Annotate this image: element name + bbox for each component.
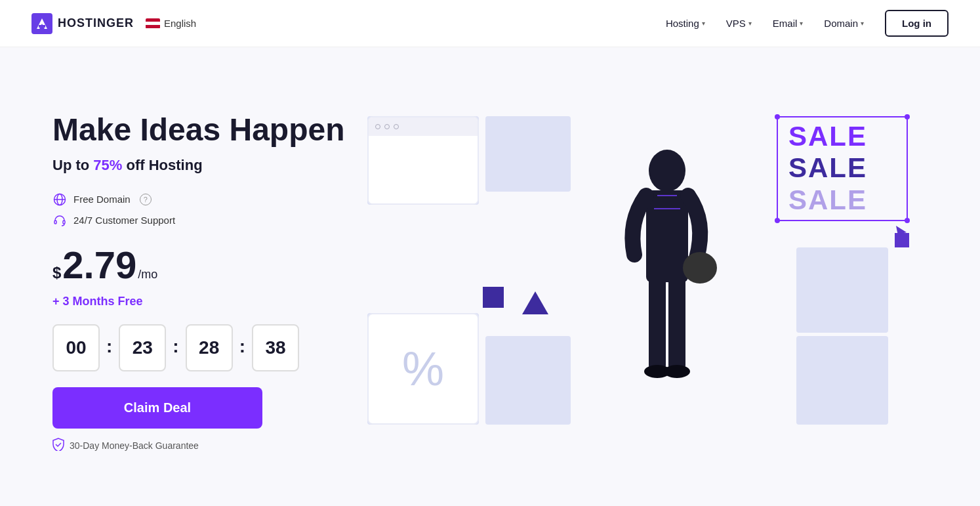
nav-hosting[interactable]: Hosting ▾ [666,18,705,29]
guarantee-text: 30-Day Money-Back Guarantee [52,438,354,453]
browser-dot-3 [394,124,399,129]
feature-list: Free Domain ? 24/7 Customer Support [52,192,354,228]
brand-name: HOSTINGER [58,16,134,30]
feature-domain: Free Domain ? [52,192,354,207]
svg-point-14 [664,365,690,378]
price-section: $ 2.79 /mo [52,246,354,284]
login-button[interactable]: Log in [885,10,949,37]
browser-dot-1 [375,124,380,129]
hero-illustration: % SALE SALE SALE [354,103,928,464]
price-display: $ 2.79 /mo [52,246,354,284]
svg-rect-6 [54,221,56,224]
sale-word-3: SALE [788,184,867,216]
globe-icon [52,192,67,207]
corner-dot-bl [775,218,780,223]
chevron-down-icon: ▾ [800,20,803,27]
svg-rect-12 [668,278,685,369]
browser-dot-2 [384,124,390,129]
feature-support-text: 24/7 Customer Support [73,215,175,226]
triangle-shape [522,291,548,314]
price-dollar: $ [52,264,61,282]
claim-deal-button[interactable]: Claim Deal [52,387,262,429]
countdown-centiseconds: 38 [252,324,299,371]
svg-rect-7 [63,221,65,224]
svg-rect-11 [649,278,666,369]
nav-email-label: Email [773,18,798,29]
navbar: HOSTINGER English Hosting ▾ VPS ▾ Email … [0,0,980,47]
shield-icon [52,438,64,453]
deco-square-mr [796,247,888,333]
deco-square-bm [485,336,571,425]
browser-body [369,136,478,203]
sale-word-2: SALE [788,152,867,184]
browser-window-card [367,116,479,205]
price-period: /mo [138,268,157,282]
feature-support: 24/7 Customer Support [52,213,354,228]
subheadline-suffix: off Hosting [122,157,202,173]
feature-domain-text: Free Domain [73,194,131,205]
nav-domain-label: Domain [824,18,858,29]
info-icon[interactable]: ? [140,194,152,205]
nav-domain[interactable]: Domain ▾ [824,18,864,29]
logo[interactable]: HOSTINGER [31,13,134,34]
countdown-seconds: 28 [186,324,233,371]
subheadline: Up to 75% off Hosting [52,157,354,174]
corner-dot-br [905,218,910,223]
countdown-minutes: 23 [119,324,166,371]
dark-square-1 [483,287,504,308]
separator-1: : [106,336,112,357]
logo-icon [31,13,52,34]
nav-vps-label: VPS [726,18,746,29]
browser-bar [369,117,478,136]
svg-point-8 [649,150,685,192]
subheadline-prefix: Up to [52,157,93,173]
svg-rect-9 [646,190,688,282]
deco-square-t2 [485,116,571,192]
deco-square-br [796,336,888,425]
nav-hosting-label: Hosting [666,18,699,29]
illustration-container: % SALE SALE SALE [354,103,928,464]
chevron-down-icon: ▾ [861,20,864,27]
countdown-hours: 00 [52,324,100,371]
sale-box: SALE SALE SALE [777,116,908,221]
percent-symbol: % [402,345,444,392]
headline: Make Ideas Happen [52,113,354,148]
guarantee-label: 30-Day Money-Back Guarantee [70,440,199,451]
months-free: + 3 Months Free [52,295,354,308]
discount-highlight: 75% [93,157,122,173]
countdown-timer: 00 : 23 : 28 : 38 [52,324,354,371]
hero-left: Make Ideas Happen Up to 75% off Hosting … [52,113,354,453]
dark-square-2 [895,233,909,247]
chevron-down-icon: ▾ [748,20,752,27]
chevron-down-icon: ▾ [702,20,705,27]
corner-dot-tl [775,114,780,119]
flag-icon [146,18,160,29]
language-label: English [164,18,196,29]
person-svg [602,143,733,425]
svg-point-10 [683,252,717,284]
navbar-left: HOSTINGER English [31,13,196,34]
navbar-right: Hosting ▾ VPS ▾ Email ▾ Domain ▾ Log in [666,10,949,37]
main-content: Make Ideas Happen Up to 75% off Hosting … [0,47,980,506]
language-selector[interactable]: English [146,18,196,29]
price-amount: 2.79 [62,246,136,284]
headset-icon [52,213,67,228]
nav-email[interactable]: Email ▾ [773,18,804,29]
separator-2: : [173,336,178,357]
sale-word-1: SALE [788,121,867,152]
separator-3: : [239,336,245,357]
corner-dot-tr [905,114,910,119]
svg-rect-2 [39,25,45,28]
person-figure [602,143,733,428]
nav-vps[interactable]: VPS ▾ [726,18,752,29]
percent-card: % [367,313,479,425]
